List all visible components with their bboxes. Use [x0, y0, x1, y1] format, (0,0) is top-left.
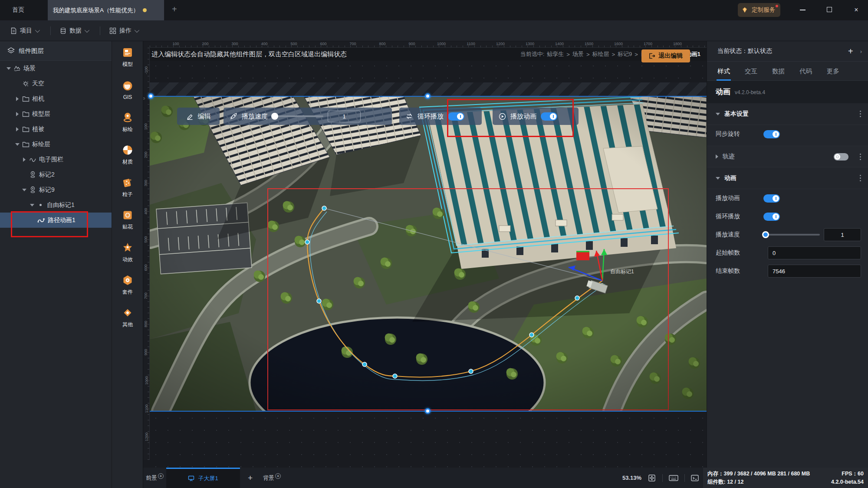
tab-more[interactable]: 更多 [827, 62, 839, 81]
menu-project[interactable]: 项目 [10, 20, 39, 41]
minimize-button[interactable] [798, 5, 807, 15]
category-particle[interactable]: 粒子 [112, 171, 143, 204]
tab-data[interactable]: 数据 [772, 62, 785, 81]
play-speed-value[interactable]: 1 [824, 228, 861, 241]
ruler-label: 800 [144, 321, 148, 327]
maximize-button[interactable] [825, 5, 834, 15]
kebab-menu-icon[interactable] [860, 154, 861, 160]
terminal-icon[interactable] [691, 475, 699, 481]
category-gis[interactable]: GIS [112, 74, 143, 106]
exit-edit-button[interactable]: 退出编辑 [641, 49, 690, 62]
tree-item-free-marker1[interactable]: 自由标记1 [0, 197, 112, 213]
menu-action[interactable]: 操作 [109, 20, 138, 41]
category-decal[interactable]: 贴花 [112, 204, 143, 236]
tree-item-path-animation1[interactable]: 路径动画1 [0, 213, 112, 228]
ruler-label: 1800 [673, 42, 682, 46]
add-foreground-icon[interactable]: + [158, 473, 164, 479]
speed-slider-thumb[interactable] [271, 113, 278, 120]
sync-rotate-toggle[interactable] [763, 130, 780, 138]
ruler-label: 1500 [585, 42, 593, 46]
tree-item-sky[interactable]: 天空 [0, 76, 112, 91]
vertical-ruler: -100010020030040050060070080090010001100… [143, 48, 150, 460]
pin-icon [28, 186, 37, 193]
tree-item-scene[interactable]: 场景 [0, 61, 112, 76]
category-effect[interactable]: 动效 [112, 236, 143, 269]
play-animation-panel-toggle[interactable] [763, 194, 780, 203]
foreground-button[interactable]: 前景+ [143, 473, 166, 482]
expander-right-icon[interactable] [21, 157, 28, 162]
tree-item-vegetation[interactable]: 植被 [0, 121, 112, 137]
play-animation-toggle[interactable] [541, 112, 557, 121]
tab-interaction[interactable]: 交互 [745, 62, 757, 81]
screen-tabs-bar: 前景+ 子大屏1 + 背景+ 53.13% [143, 468, 703, 488]
end-frame-input[interactable]: 7546 [768, 265, 861, 278]
play-speed-slider[interactable] [763, 234, 820, 236]
add-screen-button[interactable]: + [240, 473, 260, 483]
section-basic-settings[interactable]: 基本设置 [707, 103, 868, 125]
home-tab[interactable]: 首页 [12, 6, 24, 14]
category-kit[interactable]: 套件 [112, 269, 143, 301]
row-play-speed: 播放速度 1 [707, 226, 868, 244]
category-model[interactable]: 模型 [112, 41, 143, 74]
tree-item-camera[interactable]: 相机 [0, 91, 112, 106]
ruler-label: 100 [172, 42, 179, 46]
fit-screen-icon[interactable] [648, 474, 656, 482]
expander-right-icon[interactable] [14, 127, 21, 131]
loop-play-tool[interactable]: 循环播放 [399, 108, 482, 125]
section-track[interactable]: 轨迹 [707, 146, 868, 167]
tab-code[interactable]: 代码 [799, 62, 812, 81]
play-speed-tool[interactable]: 播放速度 1 [224, 108, 392, 125]
expander-down-icon[interactable] [21, 189, 28, 191]
loop-play-toggle[interactable] [448, 112, 464, 121]
new-tab-button[interactable]: + [172, 4, 177, 14]
wave-icon [28, 157, 37, 163]
section-animation[interactable]: 动画 [707, 167, 868, 189]
tree-item-fence[interactable]: 电子围栏 [0, 152, 112, 167]
close-button[interactable]: × [852, 5, 861, 15]
scene-3d-view[interactable]: 自由标记1 [150, 96, 707, 411]
tab-style[interactable]: 样式 [717, 62, 730, 81]
category-plot[interactable]: 标绘 [112, 106, 143, 139]
category-other[interactable]: 其他 [112, 301, 143, 334]
zoom-level[interactable]: 53.13% [622, 475, 641, 481]
loop-play-panel-toggle[interactable] [763, 213, 780, 221]
expander-down-icon[interactable] [29, 204, 36, 206]
background-button[interactable]: 背景+ [260, 473, 283, 482]
expand-states-icon[interactable]: › [860, 48, 862, 55]
canvas-body[interactable]: 进入编辑状态会自动隐藏其他组件图层，双击空白区域退出编辑状态 退出编辑 [150, 48, 707, 468]
play-speed-slider-thumb[interactable] [762, 231, 769, 238]
expander-down-icon[interactable] [14, 143, 21, 146]
resize-handle-bottom-center[interactable] [425, 408, 431, 414]
edit-tool-button[interactable]: 编辑 [177, 108, 220, 125]
kebab-menu-icon[interactable] [860, 175, 861, 181]
kebab-menu-icon[interactable] [860, 111, 861, 117]
expander-down-icon[interactable] [5, 67, 12, 70]
expander-right-icon[interactable] [14, 112, 21, 116]
component-count-stat: 组件数: 12 / 12 [707, 478, 743, 486]
resize-handle-top-left[interactable] [148, 93, 154, 99]
customize-service-button[interactable]: 定制服务 [738, 3, 780, 17]
category-material[interactable]: 材质 [112, 139, 143, 171]
resize-handle-top-center[interactable] [425, 93, 431, 99]
editor-canvas[interactable]: 1002003004005006007008009001000110012001… [143, 41, 707, 468]
speed-value-box[interactable]: 1 [328, 111, 361, 122]
tree-item-marker2[interactable]: 标记2 [0, 167, 112, 182]
add-background-icon[interactable]: + [275, 473, 281, 479]
ruler-label: 1000 [437, 42, 446, 46]
track-toggle[interactable] [834, 153, 848, 160]
document-tab[interactable]: 我的建筑底座场景A（性能优先） [48, 0, 164, 20]
keyboard-icon[interactable] [669, 475, 678, 481]
add-state-button[interactable]: + [848, 46, 853, 56]
start-frame-input[interactable]: 0 [768, 246, 861, 259]
folder-icon [21, 141, 30, 147]
menu-data[interactable]: 数据 [60, 20, 88, 41]
play-animation-tool[interactable]: 播放动画 [493, 108, 579, 125]
speed-slider[interactable] [272, 115, 323, 117]
tree-item-marker9[interactable]: 标记9 [0, 182, 112, 197]
screen-tab-active[interactable]: 子大屏1 [166, 468, 240, 488]
tree-item-model-layer[interactable]: 模型层 [0, 106, 112, 121]
folder-icon [21, 126, 30, 132]
expander-right-icon[interactable] [14, 97, 21, 101]
tree-item-plot-layer[interactable]: 标绘层 [0, 137, 112, 152]
document-tab-title: 我的建筑底座场景A（性能优先） [53, 7, 139, 14]
